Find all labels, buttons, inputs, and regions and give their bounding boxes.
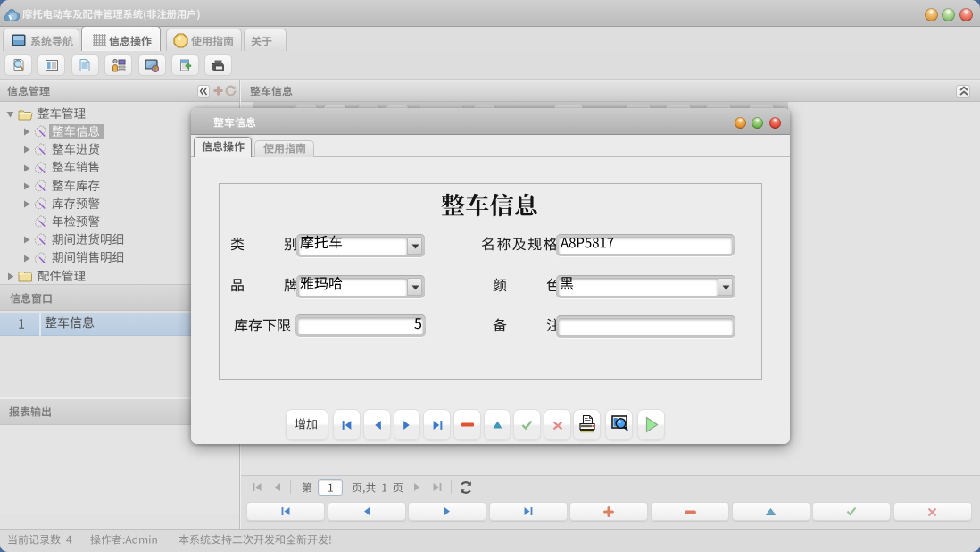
svg-text:y: y <box>8 11 13 21</box>
